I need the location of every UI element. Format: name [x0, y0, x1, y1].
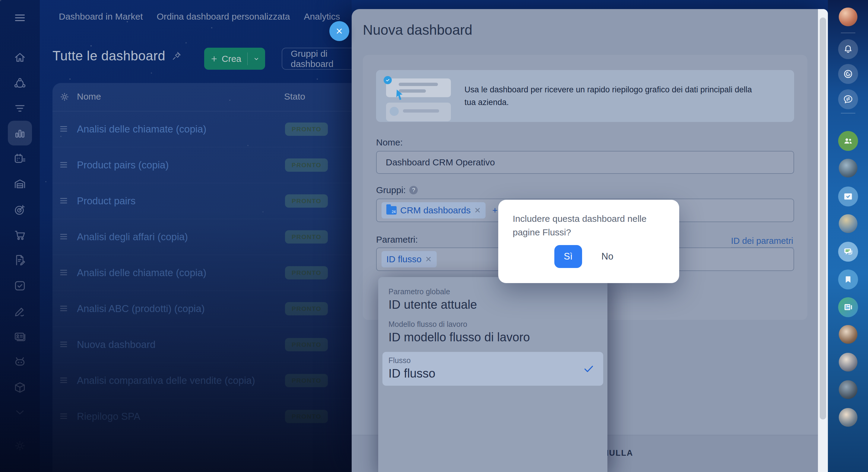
copilot-button[interactable] [838, 64, 858, 84]
create-dropdown-chevron[interactable] [248, 55, 265, 62]
box-icon[interactable] [13, 381, 27, 394]
column-header-nome[interactable]: Nome [77, 91, 101, 102]
people-icon [842, 135, 854, 147]
check-icon [385, 78, 390, 82]
cart-icon[interactable] [13, 229, 27, 242]
dashboard-name-link[interactable]: Analisi ABC (prodotti) (copia) [77, 303, 205, 315]
target-icon[interactable] [13, 203, 27, 216]
user-avatar[interactable] [839, 408, 858, 427]
sidebar-item-dashboards-active[interactable] [8, 121, 32, 145]
dropdown-item-label: ID modello flusso di lavoro [389, 330, 597, 344]
profile-avatar[interactable] [839, 7, 858, 26]
dropdown-item[interactable]: Flusso ID flusso [382, 352, 603, 386]
drag-handle-icon[interactable] [59, 304, 68, 313]
top-nav-item[interactable]: Dashboard in Market [59, 11, 143, 22]
bookmarks-button[interactable] [838, 269, 858, 289]
group-chip[interactable]: 24 CRM dashboards ✕ [381, 202, 486, 218]
name-input[interactable]: Dashboard CRM Operativo [376, 151, 794, 174]
top-nav-item[interactable]: Analytics [304, 11, 340, 22]
user-avatar[interactable] [839, 353, 858, 372]
remove-parameter-icon[interactable]: ✕ [425, 255, 432, 264]
page-title: Tutte le dashboard [53, 48, 165, 63]
help-icon[interactable]: ? [409, 186, 418, 194]
settings-gear-icon[interactable] [13, 439, 27, 452]
notifications-button[interactable] [838, 39, 858, 59]
messenger-button[interactable] [838, 89, 858, 109]
drag-handle-icon[interactable] [59, 340, 68, 349]
remove-group-icon[interactable]: ✕ [474, 206, 481, 215]
dashboard-name-link[interactable]: Nuova dashboard [77, 339, 156, 350]
close-panel-button[interactable] [329, 21, 349, 41]
dashboard-name-link[interactable]: Product pairs (copia) [77, 159, 168, 171]
dropdown-item-group: Modello flusso di lavoro [389, 320, 597, 329]
dashboard-name-link[interactable]: Analisi delle chiamate (copia) [77, 267, 206, 278]
close-icon [335, 27, 343, 35]
left-sidebar [0, 0, 40, 472]
drag-handle-icon[interactable] [59, 160, 68, 169]
pin-icon[interactable] [171, 50, 182, 61]
drag-handle-icon[interactable] [59, 376, 68, 384]
dropdown-item[interactable]: Modello flusso di lavoro ID modello flus… [378, 316, 608, 349]
dashboard-name-link[interactable]: Riepilogo SPA [77, 411, 140, 422]
monitor-check-icon [842, 191, 854, 202]
parameter-ids-link[interactable]: ID dei parametri [731, 236, 793, 248]
chevron-down-icon[interactable] [13, 407, 27, 418]
home-icon[interactable] [13, 51, 27, 64]
drag-handle-icon[interactable] [59, 125, 68, 133]
create-button[interactable]: Crea [204, 48, 265, 70]
table-settings-gear-icon[interactable] [59, 91, 70, 102]
top-nav-item[interactable]: Ordina dashboard personalizzata [157, 11, 290, 22]
status-badge: PRONTO [285, 194, 328, 208]
calendar-icon[interactable] [13, 152, 27, 166]
column-header-stato[interactable]: Stato [284, 91, 305, 102]
chevron-down-icon [253, 55, 260, 62]
invite-users-button[interactable] [838, 131, 858, 151]
bar-chart-icon [13, 126, 27, 140]
drag-handle-icon[interactable] [59, 197, 68, 205]
pencil-sign-icon[interactable] [13, 305, 27, 318]
user-avatar[interactable] [839, 214, 858, 233]
panel-scrollbar-track [818, 9, 828, 472]
confirm-dialog-message: Includere questa dashboard nelle pagine … [513, 212, 663, 239]
news-feed-icon [842, 301, 854, 313]
parameter-chip[interactable]: ID flusso ✕ [381, 251, 437, 267]
dashboard-name-link[interactable]: Product pairs [77, 195, 135, 207]
no-button[interactable]: No [595, 245, 619, 268]
parameters-label: Parametri: [376, 235, 418, 245]
selected-check-icon [583, 363, 595, 375]
contact-card-icon[interactable] [13, 330, 27, 343]
panel-title: Nuova dashboard [363, 22, 472, 38]
document-edit-icon[interactable] [13, 254, 27, 267]
copilot-icon [842, 68, 854, 80]
funnel-icon[interactable] [13, 102, 27, 115]
chats-button[interactable] [838, 242, 858, 262]
monitor-check-button[interactable] [838, 186, 858, 206]
user-avatar[interactable] [839, 325, 858, 344]
status-badge: PRONTO [285, 410, 328, 423]
check-square-icon[interactable] [13, 279, 27, 292]
news-feed-button[interactable] [838, 297, 858, 317]
dashboard-name-link[interactable]: Analisi comparativa delle vendite (copia… [77, 375, 255, 386]
robot-icon[interactable] [13, 355, 27, 368]
menu-icon[interactable] [13, 11, 27, 25]
drag-handle-icon[interactable] [59, 232, 68, 241]
bookmark-icon [843, 274, 853, 285]
title-row: Tutte le dashboard [53, 48, 182, 63]
user-avatar[interactable] [839, 380, 858, 399]
user-avatar[interactable] [839, 159, 858, 177]
drag-handle-icon[interactable] [59, 412, 68, 420]
chat-bubbles-icon [842, 246, 854, 258]
dashboard-name-link[interactable]: Analisi delle chiamate (copia) [77, 123, 206, 135]
warehouse-icon[interactable] [13, 177, 27, 191]
status-badge: PRONTO [285, 374, 328, 387]
bell-icon [843, 44, 854, 55]
status-badge: PRONTO [285, 266, 328, 279]
folder-icon: 24 [386, 206, 397, 214]
panel-scrollbar-thumb[interactable] [820, 18, 826, 419]
dropdown-item[interactable]: Parametro globale ID utente attuale [378, 284, 608, 316]
yes-button[interactable]: Sì [554, 245, 582, 268]
network-icon[interactable] [13, 77, 27, 90]
dropdown-item-group: Parametro globale [389, 287, 597, 296]
dashboard-name-link[interactable]: Analisi degli affari (copia) [77, 231, 188, 243]
drag-handle-icon[interactable] [59, 268, 68, 277]
